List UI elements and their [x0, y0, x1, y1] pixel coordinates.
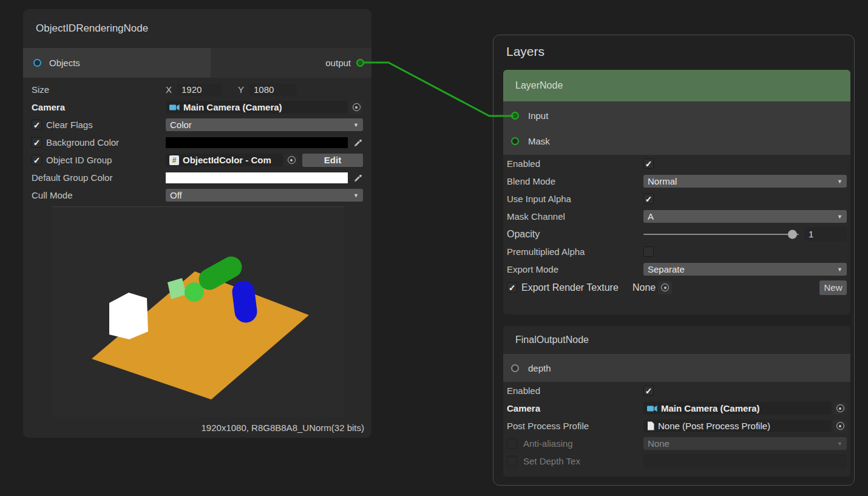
set-depth-tex-row: Set Depth Tex — [503, 452, 850, 470]
edit-button[interactable]: Edit — [302, 154, 363, 167]
layer-node-card[interactable]: LayerNode Input Mask Enabled Blend Mode — [503, 70, 850, 314]
object-id-group-picker[interactable] — [285, 154, 298, 166]
set-depth-tex-label: Set Depth Tex — [523, 456, 580, 466]
blend-mode-dropdown[interactable]: Normal — [643, 175, 847, 188]
output-port-icon[interactable] — [356, 59, 364, 67]
anti-aliasing-value: None — [648, 438, 670, 449]
use-input-alpha-label: Use Input Alpha — [507, 194, 643, 204]
object-id-group-field[interactable]: ObjectIdColor - Com — [166, 154, 283, 166]
opacity-label: Opacity — [507, 229, 643, 240]
default-group-color-label: Default Group Color — [32, 172, 166, 183]
set-depth-tex-checkbox — [507, 456, 517, 466]
enabled-row: Enabled — [503, 155, 850, 172]
final-output-node-header[interactable]: FinalOutputNode — [503, 326, 850, 354]
anti-aliasing-checkbox — [507, 438, 517, 449]
background-color-checkbox[interactable] — [32, 137, 42, 148]
opacity-slider[interactable] — [643, 234, 799, 235]
anti-aliasing-row: Anti-aliasing None — [503, 435, 850, 452]
export-render-texture-checkbox[interactable] — [507, 282, 517, 293]
node-ports-row: Objects output — [23, 48, 371, 78]
layers-panel-title: Layers — [506, 44, 854, 59]
clear-flags-dropdown[interactable]: Color — [166, 118, 363, 131]
camera-row: Camera Main Camera (Camera) — [503, 399, 850, 417]
object-id-group-checkbox[interactable] — [32, 155, 42, 165]
set-depth-tex-field — [643, 454, 847, 469]
new-button[interactable]: New — [819, 280, 847, 295]
mask-port-label: Mask — [528, 136, 550, 146]
opacity-value-input[interactable]: 1 — [804, 227, 847, 241]
eyedropper-icon[interactable] — [353, 173, 363, 183]
input-port-label: Input — [528, 110, 548, 121]
node-title[interactable]: ObjectIDRenderingNode — [23, 9, 371, 48]
opacity-row: Opacity 1 — [503, 225, 850, 243]
camera-object-name: Main Camera (Camera) — [661, 403, 760, 413]
mask-port-icon[interactable] — [511, 137, 519, 145]
object-picker-icon — [661, 284, 669, 291]
enabled-checkbox[interactable] — [643, 386, 654, 396]
export-mode-label: Export Mode — [507, 264, 643, 274]
size-row: Size X 1920 Y 1080 — [27, 81, 367, 98]
size-x-input[interactable]: 1920 — [177, 84, 222, 96]
camera-object-name: Main Camera (Camera) — [183, 102, 282, 112]
camera-icon — [169, 104, 180, 111]
export-render-texture-picker[interactable] — [658, 281, 672, 294]
objects-port-icon[interactable] — [33, 59, 41, 67]
document-icon — [647, 421, 654, 430]
input-port-icon[interactable] — [511, 112, 519, 120]
camera-row: Camera Main Camera (Camera) — [27, 98, 367, 116]
enabled-checkbox[interactable] — [643, 158, 654, 169]
clear-flags-row: Clear Flags Color — [27, 116, 367, 134]
camera-object-picker[interactable] — [350, 101, 363, 114]
camera-object-field[interactable]: Main Camera (Camera) — [166, 101, 348, 114]
object-picker-icon — [836, 422, 844, 430]
object-id-group-value: ObjectIdColor - Com — [183, 155, 271, 165]
connection-edge-output-to-input[interactable] — [364, 63, 513, 116]
mask-port[interactable]: Mask — [503, 128, 850, 154]
camera-icon — [647, 405, 657, 412]
layer-node-header[interactable]: LayerNode — [503, 70, 850, 101]
preview-green-capsule — [209, 267, 231, 279]
clear-flags-checkbox[interactable] — [32, 120, 42, 130]
output-port[interactable]: output — [211, 48, 371, 78]
node-graph-canvas[interactable]: { "colors": { "connection_green": "#1ea4… — [0, 0, 868, 496]
depth-port-label: depth — [528, 363, 551, 373]
use-input-alpha-checkbox[interactable] — [643, 194, 654, 204]
cull-mode-row: Cull Mode Off — [27, 186, 367, 204]
opacity-slider-handle[interactable] — [788, 229, 797, 239]
cull-mode-dropdown[interactable]: Off — [166, 189, 363, 202]
size-y-input[interactable]: 1080 — [249, 84, 297, 96]
size-label: Size — [32, 84, 166, 95]
post-process-profile-field[interactable]: None (Post Process Profile) — [643, 420, 832, 432]
object-id-group-row: Object ID Group ObjectIdColor - Com Edit — [27, 151, 367, 169]
input-port[interactable]: Input — [503, 103, 850, 128]
use-input-alpha-row: Use Input Alpha — [503, 190, 850, 208]
depth-port-icon[interactable] — [511, 364, 519, 372]
preview-caption: 1920x1080, R8G8B8A8_UNorm(32 bits) — [23, 423, 371, 433]
anti-aliasing-label: Anti-aliasing — [523, 438, 573, 449]
object-picker-icon — [353, 103, 361, 111]
object-picker-icon — [288, 156, 296, 164]
objectid-rendering-node[interactable]: ObjectIDRenderingNode Objects output Siz… — [23, 9, 371, 438]
enabled-row: Enabled — [503, 382, 850, 399]
background-color-row: Background Color — [27, 134, 367, 151]
premultiplied-alpha-checkbox[interactable] — [643, 246, 654, 257]
input-port-objects[interactable]: Objects — [23, 48, 211, 78]
mask-channel-dropdown[interactable]: A — [643, 210, 847, 223]
enabled-label: Enabled — [507, 386, 643, 396]
object-picker-icon — [836, 404, 844, 412]
camera-object-picker[interactable] — [833, 402, 847, 415]
blend-mode-value: Normal — [648, 176, 677, 186]
layers-panel: Layers LayerNode Input Mask Enabled Blen… — [493, 35, 855, 486]
cull-mode-value: Off — [170, 190, 182, 200]
background-color-label: Background Color — [46, 137, 119, 148]
objects-port-label: Objects — [49, 58, 80, 68]
depth-port[interactable]: depth — [503, 355, 850, 381]
export-mode-dropdown[interactable]: Separate — [643, 263, 847, 276]
final-output-node-card[interactable]: FinalOutputNode depth Enabled Camera Mai… — [503, 326, 850, 477]
post-process-profile-picker[interactable] — [833, 420, 847, 432]
background-color-swatch[interactable] — [166, 137, 348, 148]
camera-object-field[interactable]: Main Camera (Camera) — [643, 402, 832, 415]
eyedropper-icon[interactable] — [353, 138, 363, 148]
default-group-color-swatch[interactable] — [166, 172, 348, 183]
enabled-label: Enabled — [507, 158, 643, 169]
